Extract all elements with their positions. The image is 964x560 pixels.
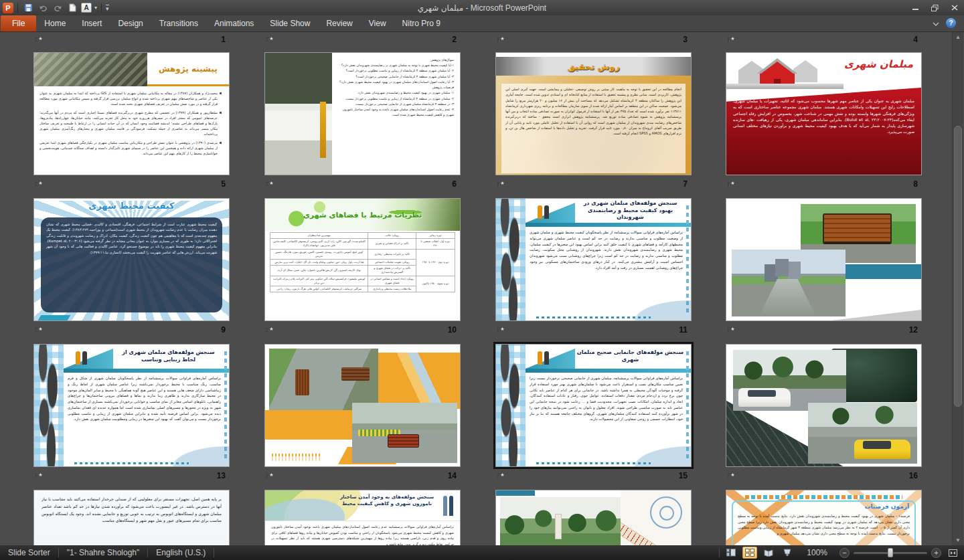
slide-thumbnail-11[interactable]: سنجش مولفه‌های مبلمان شهری در بهبود کیفی… bbox=[495, 198, 692, 321]
transition-star-icon[interactable] bbox=[727, 470, 736, 482]
reading-view-icon[interactable] bbox=[761, 547, 776, 559]
transition-star-icon[interactable] bbox=[35, 324, 44, 336]
slide-thumbnail-16[interactable] bbox=[726, 344, 922, 467]
save-icon[interactable] bbox=[22, 2, 34, 14]
city-towers bbox=[775, 259, 789, 276]
tab-insert[interactable]: Insert bbox=[74, 15, 110, 31]
person-icon bbox=[76, 351, 80, 365]
zoom-in-icon[interactable]: + bbox=[931, 548, 941, 558]
customize-qat-icon[interactable]: ▾ bbox=[106, 5, 109, 11]
expand-ribbon-icon[interactable] bbox=[933, 17, 939, 29]
tab-nitro-pro[interactable]: Nitro Pro 9 bbox=[394, 15, 449, 31]
transition-star-icon[interactable] bbox=[35, 178, 44, 190]
tab-view[interactable]: View bbox=[361, 15, 394, 31]
minimize-button[interactable] bbox=[906, 0, 925, 15]
transition-star-icon[interactable] bbox=[266, 324, 274, 336]
person-icon bbox=[538, 205, 542, 219]
scrollbar-thumb[interactable] bbox=[954, 126, 962, 407]
slide-number: 1 bbox=[221, 35, 226, 44]
slide-thumbnail-12[interactable] bbox=[726, 198, 922, 321]
undo-icon[interactable] bbox=[37, 2, 49, 14]
transition-star-icon[interactable] bbox=[497, 470, 505, 482]
tab-transitions[interactable]: Transitions bbox=[151, 15, 206, 31]
scroll-up-icon[interactable]: ▲ bbox=[953, 32, 963, 42]
ribbon-tab-bar: File Home Insert Design Transitions Anim… bbox=[0, 15, 964, 32]
slide-thumbnail-15-selected[interactable]: سنجش مولفه‌های جانمایی صحیح مبلمان شهری … bbox=[495, 344, 692, 467]
vertical-scrollbar[interactable]: ▲ ▼ bbox=[952, 32, 963, 545]
normal-view-icon[interactable] bbox=[724, 547, 738, 559]
keyboard-photo bbox=[34, 53, 147, 86]
restore-button[interactable] bbox=[925, 0, 945, 15]
fit-to-window-icon[interactable] bbox=[945, 547, 960, 559]
people-silhouette-panel bbox=[496, 199, 526, 320]
transition-star-icon[interactable] bbox=[727, 324, 736, 336]
slide-show-view-icon[interactable] bbox=[780, 547, 795, 559]
new-file-icon[interactable] bbox=[66, 2, 78, 14]
slide-thumbnail-7[interactable]: روش تحقیق انجام مطالعه در این تحقیق با ت… bbox=[495, 52, 692, 175]
transition-star-icon[interactable] bbox=[497, 178, 505, 190]
slide-body: کیفیت محیط شهری عبارت است از شرایط اجتما… bbox=[41, 217, 222, 312]
transition-star-icon[interactable] bbox=[727, 178, 736, 190]
slide-title: مبلمان شهری bbox=[844, 58, 913, 70]
transition-star-icon[interactable] bbox=[727, 33, 736, 45]
slide-thumbnail-19[interactable] bbox=[495, 490, 692, 545]
slide-thumbnail-10[interactable]: نظریات مرتبط با فضاهای شهری دوره زمانی ر… bbox=[264, 198, 461, 321]
transition-star-icon[interactable] bbox=[35, 33, 44, 45]
park-square-photo bbox=[500, 497, 621, 545]
slide-body: بر پایه همین اصل، تجهیزات مستقر برای معل… bbox=[34, 490, 229, 545]
redo-icon[interactable] bbox=[52, 2, 64, 14]
bullet-item: مرشدی (۱۳۹۰) در پژوهشی با عنوان نقش طراح… bbox=[39, 140, 222, 156]
transition-star-icon[interactable] bbox=[266, 178, 274, 190]
table-row: دوره سوم: ۱۹۸۰ تاکنون رویکرد ایجاد امنیت… bbox=[270, 276, 455, 286]
slide-thumbnail-14[interactable] bbox=[264, 344, 461, 467]
powerpoint-logo-icon[interactable]: P bbox=[3, 3, 13, 13]
tab-file[interactable]: File bbox=[1, 15, 36, 31]
tab-slide-show[interactable]: Slide Show bbox=[262, 15, 318, 31]
zoom-slider-thumb[interactable] bbox=[888, 548, 893, 557]
wet-park-path-photo bbox=[269, 349, 378, 410]
slide-number: 3 bbox=[683, 35, 688, 44]
slide-thumbnail-6[interactable]: سوال‌های پژوهش ۱-آیا کیفیت محیط شهری با … bbox=[264, 52, 461, 175]
tab-home[interactable]: Home bbox=[36, 15, 74, 31]
close-button[interactable] bbox=[945, 0, 964, 15]
slide-thumbnail-9[interactable]: کیفیت محیط شهری کیفیت محیط شهری عبارت اس… bbox=[33, 198, 230, 321]
transition-star-icon[interactable] bbox=[266, 470, 274, 482]
help-icon[interactable]: ? bbox=[946, 18, 956, 28]
slide-thumbnail-5[interactable]: پیشینه پژوهش محمدنژاد و همکاران (۱۳۸۷) د… bbox=[33, 52, 230, 175]
teal-wedge bbox=[64, 349, 113, 369]
teal-band bbox=[496, 490, 535, 496]
design-drawing bbox=[621, 490, 691, 545]
tab-animations[interactable]: Animations bbox=[206, 15, 262, 31]
slide-number: 16 bbox=[909, 471, 918, 480]
park-path-photo bbox=[732, 250, 846, 316]
slide-sorter-view-icon[interactable] bbox=[742, 547, 757, 559]
transition-star-icon[interactable] bbox=[497, 324, 505, 336]
view-status-label[interactable]: Slide Sorter bbox=[0, 548, 58, 557]
slide-thumbnail-8[interactable]: مبلمان شهری مبلمان شهری به عنوان یکی از … bbox=[726, 52, 922, 175]
zoom-slider[interactable] bbox=[854, 552, 927, 554]
transition-star-icon[interactable] bbox=[35, 470, 44, 482]
scroll-down-icon[interactable]: ▼ bbox=[953, 535, 963, 545]
theme-name-label[interactable]: "1- Shahre Shologh" bbox=[59, 548, 148, 557]
slide-thumbnail-20[interactable]: آزمون فرضیات فرضیه۱ - مبلمان شهری در بهب… bbox=[726, 490, 922, 545]
zoom-level-label[interactable]: 100% bbox=[799, 548, 835, 557]
font-style-icon[interactable]: A bbox=[81, 3, 92, 13]
slide-thumbnail-18[interactable]: سنجش مولفه‌های به وجود آمدن ساختار ناموز… bbox=[264, 490, 461, 545]
language-label[interactable]: English (U.S.) bbox=[148, 548, 214, 557]
slide-title: نظریات مرتبط با فضاهای شهری bbox=[303, 211, 422, 219]
person-icon bbox=[449, 496, 453, 516]
tab-review[interactable]: Review bbox=[318, 15, 360, 31]
zoom-out-icon[interactable]: − bbox=[839, 548, 850, 558]
slide-body: براساس آماره‌های فراوانی سوالات پرسشنامه… bbox=[265, 521, 460, 545]
person-icon bbox=[544, 205, 549, 219]
slide-thumbnail-17[interactable]: بر پایه همین اصل، تجهیزات مستقر برای معل… bbox=[33, 490, 230, 545]
transition-star-icon[interactable] bbox=[497, 33, 505, 45]
slide-sorter-canvas[interactable]: 1 2 3 4 پیشینه پژوهش محمدنژاد و همکاران … bbox=[0, 32, 964, 545]
teal-band bbox=[64, 369, 229, 373]
transition-star-icon[interactable] bbox=[266, 33, 274, 45]
font-style-dropdown-icon[interactable]: ▾ bbox=[94, 5, 97, 11]
tab-design[interactable]: Design bbox=[110, 15, 151, 31]
table-header: دوره زمانی bbox=[416, 233, 455, 239]
slide-thumbnail-13[interactable]: سنجش مولفه‌های مبلمان شهری از لحاظ زیبای… bbox=[33, 344, 230, 467]
table-header: مهمترین صاحبنظران bbox=[270, 233, 368, 239]
